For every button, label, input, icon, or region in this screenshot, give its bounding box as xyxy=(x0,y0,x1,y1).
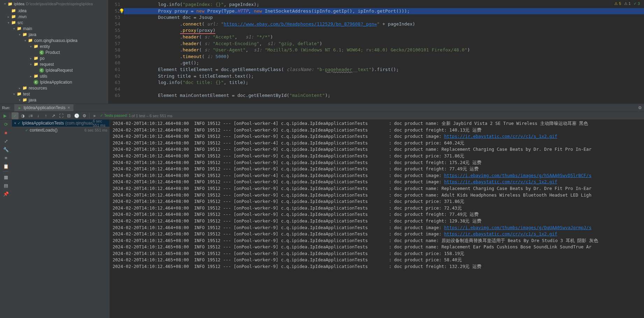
project-tree[interactable]: ▾ 📁 ipIdea D:\code\java\IdeaProjects\spr… xyxy=(0,0,108,104)
code-line[interactable]: log.info("doc title: {}", title); xyxy=(124,79,644,86)
console-line: 2024-02-20T14:10:12.464+08:00 INFO 19512… xyxy=(113,172,641,179)
check-filter-icon[interactable]: ✓ xyxy=(12,112,19,119)
inspection-indicators[interactable]: ⚠ 5 ⚠ 1 ✓ 3 xyxy=(614,1,640,6)
console-line: 2024-02-20T14:10:12.464+08:00 INFO 19512… xyxy=(113,160,641,166)
test-tree-row[interactable]: ✓contextLoads()6 sec 551 ms xyxy=(12,127,109,134)
console-line: 2024-02-20T14:10:12.465+08:00 INFO 19512… xyxy=(113,238,641,244)
tree-item[interactable]: ▾📁java xyxy=(0,31,108,37)
console-line: 2024-02-20T14:10:12.464+08:00 INFO 19512… xyxy=(113,211,641,218)
tree-item[interactable]: CIpIdeaApplication xyxy=(0,79,108,85)
tree-item[interactable]: ▸📁resources xyxy=(0,85,108,91)
console-line: 2024-02-20T14:10:12.464+08:00 INFO 19512… xyxy=(113,153,641,160)
code-line[interactable]: Element mainContentElement = doc.getElem… xyxy=(124,92,644,99)
code-line[interactable]: .timeout( i: 5000) xyxy=(124,54,644,60)
gutter-line-numbers: 515253545556575859606162636465 xyxy=(108,0,124,104)
console-line: 2024-02-20T14:10:12.464+08:00 INFO 19512… xyxy=(113,146,641,153)
run-tab-active[interactable]: ► IpIdeaApplicationTests × xyxy=(14,104,73,111)
expand-icon[interactable]: ⛶ xyxy=(58,112,65,119)
tree-item[interactable]: ▾📁main xyxy=(0,26,108,31)
test-toolbar: ▶ ✓ ◑ ↓≡ ↓ ↑ ↗ ⛶ ⊟ 🕓 ⚙ » ✓ Tests passed:… xyxy=(0,112,644,120)
tree-item[interactable]: ▾📁src xyxy=(0,20,108,26)
run-tool-window-header: Run: ► IpIdeaApplicationTests × ⚙ xyxy=(0,104,644,112)
code-line[interactable]: .header( s: "User-Agent", s1: "Mozilla/5… xyxy=(124,47,644,54)
arrow-down-icon[interactable]: ↓ xyxy=(35,112,42,119)
clip-icon[interactable]: 📋 xyxy=(3,163,9,169)
console-line: 2024-02-20T14:10:12.464+08:00 INFO 19512… xyxy=(113,225,641,231)
console-line: 2024-02-20T14:10:12.464+08:00 INFO 19512… xyxy=(113,179,641,185)
tree-item[interactable]: ▸📁po xyxy=(0,55,108,61)
console-line: 2024-02-20T14:10:12.464+08:00 INFO 19512… xyxy=(113,185,641,192)
pin-icon[interactable]: ⤢ xyxy=(3,138,9,144)
console-line: 2024-02-20T14:10:12.464+08:00 INFO 19512… xyxy=(113,120,641,127)
export-icon[interactable]: ↗ xyxy=(50,112,57,119)
console-line: 2024-02-20T14:10:12.465+08:00 INFO 19512… xyxy=(113,250,641,257)
wrench-icon[interactable]: 🔧 xyxy=(3,146,9,153)
console-line: 2024-02-20T14:10:12.464+08:00 INFO 19512… xyxy=(113,133,641,140)
tests-info-label: of 1 test – 6 sec 551 ms xyxy=(131,114,172,118)
tree-item[interactable]: ▾📁entity xyxy=(0,43,108,49)
tool-gutter: ⟳ ■ ⤢ 🔧 ≡ 📋 ▦ ▤ 📌 xyxy=(0,120,12,318)
history-icon[interactable]: 🕓 xyxy=(73,112,80,119)
layout2-icon[interactable]: ▤ xyxy=(3,182,9,189)
stop-icon[interactable]: ■ xyxy=(3,129,9,136)
more-icon[interactable]: » xyxy=(91,112,98,119)
sort-icon[interactable]: ↓≡ xyxy=(27,112,34,119)
console-output[interactable]: 2024-02-20T14:10:12.464+08:00 INFO 19512… xyxy=(110,120,644,318)
code-line[interactable]: .connect( url: "https://www.ebay.com/b/H… xyxy=(124,21,644,28)
console-line: 2024-02-20T14:10:12.464+08:00 INFO 19512… xyxy=(113,205,641,212)
tree-item[interactable]: ▸📁.mvn xyxy=(0,14,108,20)
rerun-icon[interactable]: ⟳ xyxy=(3,121,9,127)
arrow-up-icon[interactable]: ↑ xyxy=(42,112,49,119)
circle-icon[interactable]: ◑ xyxy=(19,112,26,119)
settings-icon[interactable]: ⚙ xyxy=(81,112,88,119)
tree-item[interactable]: 📁.idea xyxy=(0,8,108,14)
console-line: 2024-02-20T14:10:12.465+08:00 INFO 19512… xyxy=(113,231,641,238)
test-tree-row[interactable]: ▾✓IpIdeaApplicationTests(com.qinghuas6 s… xyxy=(12,120,109,127)
console-line: 2024-02-20T14:10:12.465+08:00 INFO 19512… xyxy=(113,263,641,270)
project-root-label: ipIdea xyxy=(14,2,24,6)
tree-item[interactable]: ▾📁java xyxy=(0,97,108,103)
console-line: 2024-02-20T14:10:12.464+08:00 INFO 19512… xyxy=(113,140,641,147)
code-line[interactable]: .header( s: "Accept-Encoding", s1: "gzip… xyxy=(124,41,644,47)
divider xyxy=(3,171,9,172)
gear-icon[interactable]: ⚙ xyxy=(638,105,642,110)
code-line[interactable]: Element titleElement = doc.getElementsBy… xyxy=(124,66,644,73)
code-line[interactable] xyxy=(124,86,644,93)
tree-item[interactable]: CIpIdeaRequest xyxy=(0,67,108,73)
code-line[interactable]: Document doc = Jsoup xyxy=(124,14,644,21)
console-line: 2024-02-20T14:10:12.464+08:00 INFO 19512… xyxy=(113,198,641,205)
console-line: 2024-02-20T14:10:12.464+08:00 INFO 19512… xyxy=(113,192,641,199)
tree-item[interactable]: CProduct xyxy=(0,49,108,55)
console-line: 2024-02-20T14:10:12.464+08:00 INFO 19512… xyxy=(113,166,641,172)
tests-passed-label: ✓ Tests passed: 1 xyxy=(100,113,131,118)
close-icon[interactable]: × xyxy=(67,105,70,110)
tree-item[interactable]: ▸📁utils xyxy=(0,73,108,79)
console-line: 2024-02-20T14:10:12.464+08:00 INFO 19512… xyxy=(113,218,641,225)
code-line[interactable]: .header( s: "Accept", s1: "*/*") xyxy=(124,34,644,41)
code-line[interactable]: 💡 Proxy proxy = new Proxy(Type.HTTP, new… xyxy=(124,8,644,15)
code-editor[interactable]: ⚠ 5 ⚠ 1 ✓ 3 5152535455565758596061626364… xyxy=(108,0,644,104)
console-line: 2024-02-20T14:10:12.464+08:00 INFO 19512… xyxy=(113,127,641,134)
pushpin-icon[interactable]: 📌 xyxy=(3,191,9,197)
collapse-icon[interactable]: ⊟ xyxy=(65,112,72,119)
project-root-path: D:\code\java\IdeaProjects\spring\ipIdea xyxy=(26,2,93,6)
trash-icon[interactable]: ≡ xyxy=(3,155,9,161)
code-line[interactable]: String title = titleElement.text(); xyxy=(124,73,644,80)
console-line: 2024-02-20T14:10:12.465+08:00 INFO 19512… xyxy=(113,257,641,263)
tree-item[interactable]: ▾📁test xyxy=(0,91,108,97)
tree-item[interactable]: ▾📁request xyxy=(0,61,108,67)
run-label: Run: xyxy=(2,106,10,110)
run-icon[interactable]: ▶ xyxy=(1,112,8,119)
code-line[interactable]: .proxy(proxy) xyxy=(124,27,644,34)
console-line: 2024-02-20T14:10:12.465+08:00 INFO 19512… xyxy=(113,244,641,250)
test-tree-panel[interactable]: ▾✓IpIdeaApplicationTests(com.qinghuas6 s… xyxy=(12,120,110,318)
tree-item[interactable]: ▾📁com.qinghuasuo.ipidea xyxy=(0,37,108,43)
code-line[interactable]: .get(); xyxy=(124,60,644,66)
layout-icon[interactable]: ▦ xyxy=(3,174,9,180)
code-line[interactable]: log.info("pageIndex: {}", pageIndex); xyxy=(124,1,644,8)
